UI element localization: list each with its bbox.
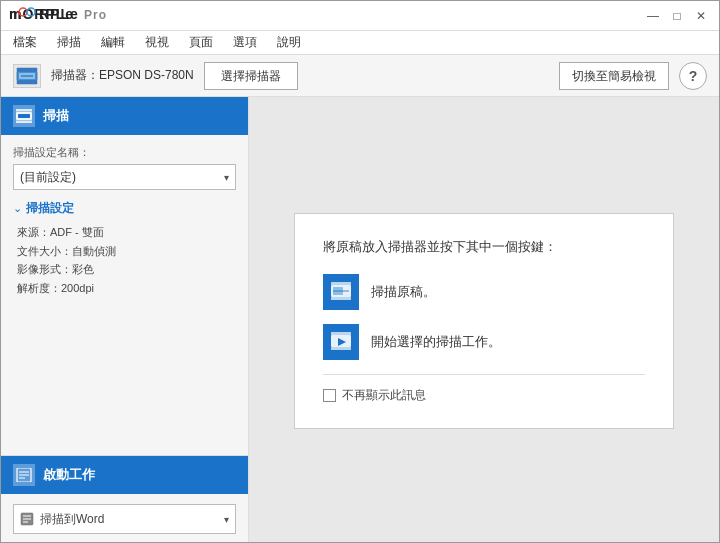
dropdown-arrow-icon: ▾ — [224, 172, 229, 183]
menu-edit[interactable]: 編輯 — [97, 32, 129, 53]
scan-details: 來源：ADF - 雙面 文件大小：自動偵測 影像形式：彩色 解析度：200dpi — [13, 223, 236, 298]
svg-rect-13 — [16, 109, 32, 112]
scan-original-action[interactable]: 掃描原稿。 — [323, 274, 645, 310]
close-button[interactable]: ✕ — [691, 6, 711, 26]
svg-rect-29 — [331, 332, 351, 335]
menu-page[interactable]: 頁面 — [185, 32, 217, 53]
scan-source: 來源：ADF - 雙面 — [17, 223, 236, 242]
scanner-device-icon — [13, 64, 41, 88]
help-button[interactable]: ? — [679, 62, 707, 90]
svg-rect-8 — [17, 68, 37, 71]
maximize-button[interactable]: □ — [667, 6, 687, 26]
app-logo: mORPLe m RPLe Pro — [9, 4, 129, 27]
scan-header-icon — [13, 105, 35, 127]
svg-text:RPLe: RPLe — [39, 6, 79, 22]
svg-rect-14 — [16, 121, 32, 124]
svg-rect-30 — [331, 347, 351, 350]
svg-rect-24 — [331, 282, 351, 285]
task-section-title: 啟動工作 — [43, 466, 95, 484]
dont-show-checkbox-row[interactable]: 不再顯示此訊息 — [323, 387, 645, 404]
svg-rect-25 — [331, 297, 351, 300]
scan-image-type: 影像形式：彩色 — [17, 260, 236, 279]
toolbar: 掃描器：EPSON DS-780N 選擇掃描器 切換至簡易檢視 ? — [1, 55, 719, 97]
dont-show-checkbox[interactable] — [323, 389, 336, 402]
instruction-box: 將原稿放入掃描器並按下其中一個按鍵： 掃描原稿。 — [294, 213, 674, 429]
scan-resolution: 解析度：200dpi — [17, 279, 236, 298]
title-logo-area: mORPLe m RPLe Pro — [9, 4, 129, 27]
scan-job-label: 開始選擇的掃描工作。 — [371, 333, 501, 351]
settings-dropdown-value: (目前設定) — [20, 169, 76, 186]
svg-text:Pro: Pro — [84, 8, 107, 22]
window-controls: — □ ✕ — [643, 6, 711, 26]
dont-show-label: 不再顯示此訊息 — [342, 387, 426, 404]
task-dropdown-arrow-icon: ▾ — [224, 514, 229, 525]
menu-help[interactable]: 說明 — [273, 32, 305, 53]
settings-dropdown[interactable]: (目前設定) ▾ — [13, 164, 236, 190]
settings-name-label: 掃描設定名稱： — [13, 145, 236, 160]
task-dropdown[interactable]: 掃描到Word ▾ — [13, 504, 236, 534]
switch-view-button[interactable]: 切換至簡易檢視 — [559, 62, 669, 90]
right-panel: 將原稿放入掃描器並按下其中一個按鍵： 掃描原稿。 — [249, 97, 719, 543]
svg-rect-9 — [17, 81, 37, 84]
divider — [323, 374, 645, 375]
scan-section-title: 掃描 — [43, 107, 69, 125]
svg-rect-12 — [18, 114, 30, 118]
title-bar: mORPLe m RPLe Pro — □ ✕ — [1, 1, 719, 31]
scan-job-action[interactable]: 開始選擇的掃描工作。 — [323, 324, 645, 360]
menu-scan[interactable]: 掃描 — [53, 32, 85, 53]
scanner-name-label: 掃描器：EPSON DS-780N — [51, 67, 194, 84]
instruction-title: 將原稿放入掃描器並按下其中一個按鍵： — [323, 238, 645, 256]
collapse-arrow-icon: ⌄ — [13, 202, 22, 215]
scan-settings-title: 掃描設定 — [26, 200, 74, 217]
main-content: 掃描 掃描設定名稱： (目前設定) ▾ ⌄ 掃描設定 來源：ADF - 雙面 文… — [1, 97, 719, 543]
task-section: 啟動工作 掃描到Word ▾ — [1, 455, 248, 543]
scan-original-label: 掃描原稿。 — [371, 283, 436, 301]
left-panel: 掃描 掃描設定名稱： (目前設定) ▾ ⌄ 掃描設定 來源：ADF - 雙面 文… — [1, 97, 249, 543]
scan-job-icon — [323, 324, 359, 360]
menu-view[interactable]: 視視 — [141, 32, 173, 53]
select-scanner-button[interactable]: 選擇掃描器 — [204, 62, 298, 90]
scan-settings-area: 掃描設定名稱： (目前設定) ▾ ⌄ 掃描設定 來源：ADF - 雙面 文件大小… — [1, 135, 248, 455]
scan-original-icon — [323, 274, 359, 310]
scan-file-size: 文件大小：自動偵測 — [17, 242, 236, 261]
minimize-button[interactable]: — — [643, 6, 663, 26]
task-content: 掃描到Word ▾ — [1, 494, 248, 543]
scan-settings-collapsible[interactable]: ⌄ 掃描設定 — [13, 200, 236, 217]
menu-bar: 檔案 掃描 編輯 視視 頁面 選項 說明 — [1, 31, 719, 55]
task-section-header: 啟動工作 — [1, 456, 248, 494]
scan-section-header: 掃描 — [1, 97, 248, 135]
menu-options[interactable]: 選項 — [229, 32, 261, 53]
task-dropdown-value: 掃描到Word — [40, 511, 218, 528]
menu-file[interactable]: 檔案 — [9, 32, 41, 53]
task-header-icon — [13, 464, 35, 486]
